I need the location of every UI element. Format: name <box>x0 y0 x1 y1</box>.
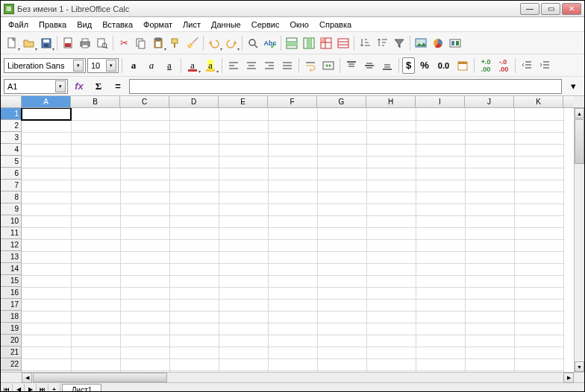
cell[interactable] <box>416 120 465 132</box>
cell[interactable] <box>514 299 563 311</box>
cell[interactable] <box>169 239 219 251</box>
cell[interactable] <box>465 156 514 168</box>
sort-button[interactable] <box>335 35 351 51</box>
cell[interactable] <box>22 108 71 120</box>
cell[interactable] <box>366 192 416 203</box>
row-header[interactable]: 13 <box>1 251 21 263</box>
cell[interactable] <box>514 323 563 335</box>
menu-tools[interactable]: Сервис <box>247 19 284 31</box>
row-header[interactable]: 2 <box>1 120 21 132</box>
menu-help[interactable]: Справка <box>315 19 356 31</box>
cell[interactable] <box>465 323 514 335</box>
cell[interactable] <box>317 203 366 215</box>
cell[interactable] <box>465 370 514 372</box>
cell[interactable] <box>219 144 268 156</box>
insert-chart-button[interactable] <box>430 35 446 51</box>
cell[interactable] <box>514 311 563 323</box>
cell[interactable] <box>71 275 120 287</box>
add-decimal-button[interactable]: +.0.00 <box>478 57 494 74</box>
cell[interactable] <box>465 275 514 287</box>
cell[interactable] <box>268 347 317 358</box>
remove-decimal-button[interactable]: -.0.00 <box>495 57 512 74</box>
spellcheck-button[interactable]: Abc✓ <box>262 35 278 51</box>
cell[interactable] <box>71 335 120 347</box>
align-top-button[interactable] <box>343 57 360 74</box>
cell[interactable] <box>416 335 465 347</box>
cell[interactable] <box>416 251 465 263</box>
cell[interactable] <box>120 156 169 168</box>
column-header[interactable]: F <box>268 96 317 107</box>
cell[interactable] <box>268 108 317 120</box>
scroll-down-button[interactable]: ▼ <box>575 361 584 372</box>
cell[interactable] <box>366 215 416 227</box>
cell[interactable] <box>120 335 169 347</box>
cell[interactable] <box>120 132 169 144</box>
sum-button[interactable]: Σ <box>90 78 107 95</box>
cell[interactable] <box>22 168 71 180</box>
cell[interactable] <box>71 358 120 370</box>
cell[interactable] <box>514 132 563 144</box>
cell[interactable] <box>22 215 71 227</box>
cell[interactable] <box>268 144 317 156</box>
cell[interactable] <box>465 192 514 203</box>
cell[interactable] <box>514 287 563 299</box>
cell[interactable] <box>416 358 465 370</box>
menu-format[interactable]: Формат <box>139 19 177 31</box>
cell[interactable] <box>514 192 563 203</box>
maximize-button[interactable]: ▭ <box>541 3 560 15</box>
row-header[interactable]: 19 <box>1 323 21 335</box>
horizontal-scroll-thumb[interactable] <box>33 373 167 382</box>
row-header[interactable]: 21 <box>1 347 21 358</box>
sort-asc-button[interactable] <box>357 35 373 51</box>
cell[interactable] <box>22 358 71 370</box>
cell[interactable] <box>22 180 71 192</box>
cell[interactable] <box>416 370 465 372</box>
menu-file[interactable]: Файл <box>4 19 33 31</box>
row-header[interactable]: 17 <box>1 299 21 311</box>
cell[interactable] <box>514 108 563 120</box>
add-sheet-button[interactable]: + <box>49 384 60 393</box>
cell[interactable] <box>71 251 120 263</box>
cell[interactable] <box>416 108 465 120</box>
cell[interactable] <box>268 299 317 311</box>
bold-button[interactable]: a <box>125 57 142 74</box>
cell[interactable] <box>416 299 465 311</box>
row-header[interactable]: 3 <box>1 132 21 144</box>
cell[interactable] <box>219 180 268 192</box>
cell[interactable] <box>219 203 268 215</box>
cell[interactable] <box>317 370 366 372</box>
cell[interactable] <box>71 156 120 168</box>
cell[interactable] <box>169 251 219 263</box>
cell[interactable] <box>514 335 563 347</box>
print-preview-button[interactable] <box>94 35 110 51</box>
column-header[interactable]: C <box>120 96 169 107</box>
cell[interactable] <box>169 108 219 120</box>
align-bottom-button[interactable] <box>379 57 395 74</box>
cell[interactable] <box>416 239 465 251</box>
column-header[interactable]: H <box>366 96 416 107</box>
cell[interactable] <box>317 239 366 251</box>
cell[interactable] <box>120 347 169 358</box>
cell[interactable] <box>317 323 366 335</box>
cell[interactable] <box>120 251 169 263</box>
italic-button[interactable]: a <box>143 57 160 74</box>
cell[interactable] <box>465 239 514 251</box>
row-header[interactable]: 18 <box>1 311 21 323</box>
row-header[interactable]: 1 <box>1 108 21 120</box>
cell[interactable] <box>120 168 169 180</box>
number-format-button[interactable]: 0.0 <box>434 57 453 74</box>
cell[interactable] <box>317 311 366 323</box>
cell[interactable] <box>120 263 169 275</box>
cell[interactable] <box>71 263 120 275</box>
cell[interactable] <box>366 287 416 299</box>
scroll-up-button[interactable]: ▲ <box>575 108 584 118</box>
highlight-button[interactable]: a▾ <box>202 57 219 74</box>
cell[interactable] <box>465 347 514 358</box>
cell[interactable] <box>71 299 120 311</box>
cell[interactable] <box>219 132 268 144</box>
cell[interactable] <box>22 144 71 156</box>
cell[interactable] <box>120 358 169 370</box>
column-header[interactable]: J <box>465 96 514 107</box>
last-sheet-button[interactable]: ⏭ <box>37 384 49 393</box>
vertical-scroll-thumb[interactable] <box>575 119 584 164</box>
